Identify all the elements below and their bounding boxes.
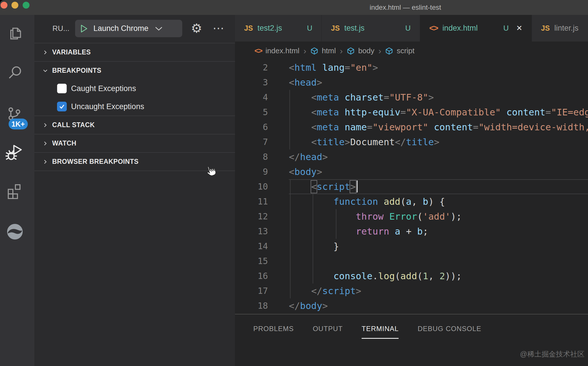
code-line[interactable]: 17 </script> <box>235 284 588 298</box>
breadcrumb-item[interactable]: <> index.html › <box>254 46 310 56</box>
search-icon[interactable] <box>5 63 25 83</box>
code-line[interactable]: 6 <meta name="viewport" content="width=d… <box>235 120 588 135</box>
start-debug-icon[interactable] <box>80 24 88 33</box>
code-line[interactable]: 10 <script> <box>235 179 588 194</box>
code-text[interactable] <box>289 254 588 269</box>
code-token <box>289 107 311 118</box>
section-header[interactable]: WATCH <box>34 134 235 152</box>
sidebar-sections: VARIABLES BREAKPOINTS Caught Exceptions … <box>34 43 235 171</box>
panel-tab[interactable]: DEBUG CONSOLE <box>418 325 481 339</box>
code-line[interactable]: 13 return a + b; <box>235 224 588 239</box>
code-line[interactable]: 4 <meta charset="UTF-8"> <box>235 90 588 105</box>
breadcrumb-item[interactable]: html › <box>310 46 347 56</box>
code-text[interactable]: throw Error('add'); <box>289 209 588 224</box>
sidebar-title: RU... <box>52 24 69 33</box>
modified-badge: U <box>307 24 312 33</box>
close-window-button[interactable] <box>1 2 7 9</box>
breadcrumb-label: index.html <box>265 46 299 55</box>
code-line[interactable]: 18 </body> <box>235 298 588 313</box>
code-token: "UTF-8" <box>389 92 428 103</box>
code-text[interactable]: <body> <box>289 164 588 179</box>
code-token: </ <box>395 137 406 147</box>
minimize-window-button[interactable] <box>11 2 18 9</box>
panel-tab[interactable]: TERMINAL <box>362 325 399 339</box>
code-text[interactable]: return a + b; <box>289 224 588 239</box>
code-editor[interactable]: 2 <html lang="en"> 3 <head> 4 <meta char… <box>235 60 588 314</box>
breadcrumb-item[interactable]: script › <box>385 46 414 55</box>
zoom-window-button[interactable] <box>23 2 30 9</box>
chevron-icon <box>42 122 48 128</box>
breakpoint-item[interactable]: Caught Exceptions <box>34 80 235 98</box>
code-text[interactable]: </body> <box>289 298 588 313</box>
editor-tab[interactable]: JS linter.js <box>532 15 588 42</box>
section-header[interactable]: VARIABLES <box>34 43 235 61</box>
breakpoint-item[interactable]: Uncaught Exceptions <box>34 98 235 116</box>
code-token: ); <box>451 211 462 222</box>
code-text[interactable]: console.log(add(1, 2)); <box>289 269 588 284</box>
code-text[interactable]: <title>Document</title> <box>289 135 588 149</box>
matched-bracket: > <box>350 181 356 192</box>
line-number: 18 <box>235 298 268 313</box>
sidebar-section: BREAKPOINTS Caught Exceptions Uncaught E… <box>34 61 235 116</box>
more-actions-icon[interactable]: ⋯ <box>210 19 227 37</box>
panel-tab[interactable]: OUTPUT <box>313 325 343 339</box>
code-text[interactable]: function add(a, b) { <box>289 194 588 209</box>
editor-tab[interactable]: <> index.html U ✕ <box>420 15 532 42</box>
edge-browser-icon[interactable] <box>5 221 25 242</box>
code-line[interactable]: 8 </head> <box>235 149 588 164</box>
code-line[interactable]: 2 <html lang="en"> <box>235 60 588 75</box>
explorer-icon[interactable] <box>5 23 25 44</box>
checkbox[interactable] <box>57 84 67 93</box>
checkbox[interactable] <box>57 102 67 111</box>
gear-icon[interactable]: ⚙ <box>188 19 205 37</box>
breadcrumb-label: script <box>397 46 414 55</box>
code-line[interactable]: 14 } <box>235 239 588 254</box>
code-text[interactable]: <meta charset="UTF-8"> <box>289 90 588 105</box>
code-token: > <box>322 300 328 311</box>
code-token: a <box>406 196 411 207</box>
close-icon[interactable]: ✕ <box>516 24 522 33</box>
code-token: content <box>434 122 473 133</box>
js-file-icon: JS <box>244 24 253 32</box>
code-line[interactable]: 11 function add(a, b) { <box>235 194 588 209</box>
tab-label: test2.js <box>258 24 282 33</box>
code-token: > <box>356 286 361 296</box>
code-line[interactable]: 15 <box>235 254 588 269</box>
code-text[interactable]: <html lang="en"> <box>289 60 588 75</box>
code-line[interactable]: 16 console.log(add(1, 2)); <box>235 269 588 284</box>
code-token: ( <box>417 271 423 282</box>
code-line[interactable]: 9 <body> <box>235 164 588 179</box>
code-text[interactable]: <head> <box>289 75 588 90</box>
code-text[interactable]: </head> <box>289 149 588 164</box>
panel-tab[interactable]: PROBLEMS <box>253 325 294 339</box>
code-token: </ <box>289 300 300 311</box>
code-line[interactable]: 7 <title>Document</title> <box>235 135 588 149</box>
code-text[interactable]: <meta http-equiv="X-UA-Compatible" conte… <box>289 105 588 120</box>
extensions-icon[interactable] <box>5 182 25 202</box>
code-text[interactable]: <script> <box>289 179 588 194</box>
code-text[interactable]: } <box>289 239 588 254</box>
code-token: < <box>289 166 294 177</box>
code-token: body <box>300 300 322 311</box>
terminal-output: http://192.168.18.244:8080 Hit CTRL-C to… <box>253 351 398 366</box>
editor-tab[interactable]: JS test2.js U <box>235 15 322 42</box>
code-text[interactable]: <meta name="viewport" content="width=dev… <box>289 120 588 135</box>
run-and-debug-icon[interactable] <box>5 141 25 162</box>
code-token: > <box>322 151 328 162</box>
launch-config-dropdown[interactable]: Launch Chrome <box>75 20 182 37</box>
code-line[interactable]: 5 <meta http-equiv="X-UA-Compatible" con… <box>235 105 588 120</box>
code-token: title <box>317 137 344 147</box>
line-number: 16 <box>235 269 268 284</box>
chevron-icon <box>42 68 48 74</box>
code-text[interactable]: </script> <box>289 284 588 298</box>
code-line[interactable]: 12 throw Error('add'); <box>235 209 588 224</box>
code-line[interactable]: 3 <head> <box>235 75 588 90</box>
section-header[interactable]: CALL STACK <box>34 116 235 134</box>
editor-tab[interactable]: JS test.js U <box>322 15 420 42</box>
section-header[interactable]: BREAKPOINTS <box>34 62 235 80</box>
line-number: 9 <box>235 164 268 179</box>
code-token: = <box>400 107 406 118</box>
breadcrumb-item[interactable]: body › <box>347 46 385 56</box>
breakpoint-label: Uncaught Exceptions <box>71 98 144 116</box>
matched-bracket: < <box>311 181 317 192</box>
